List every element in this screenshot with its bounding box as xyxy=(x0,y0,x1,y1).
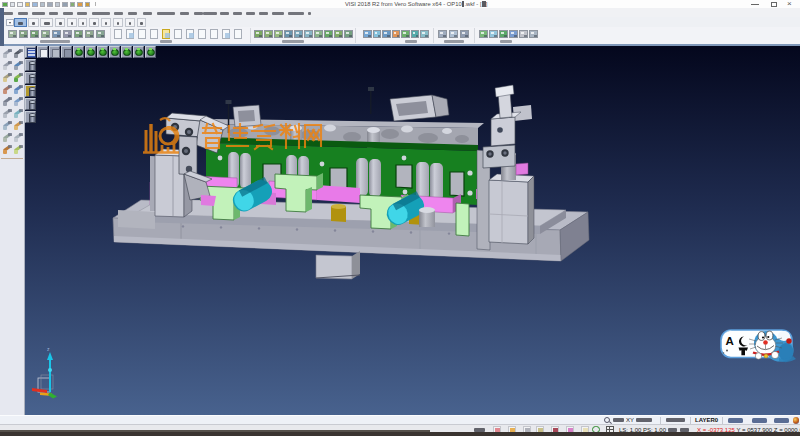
svg-text:A: A xyxy=(726,335,734,347)
